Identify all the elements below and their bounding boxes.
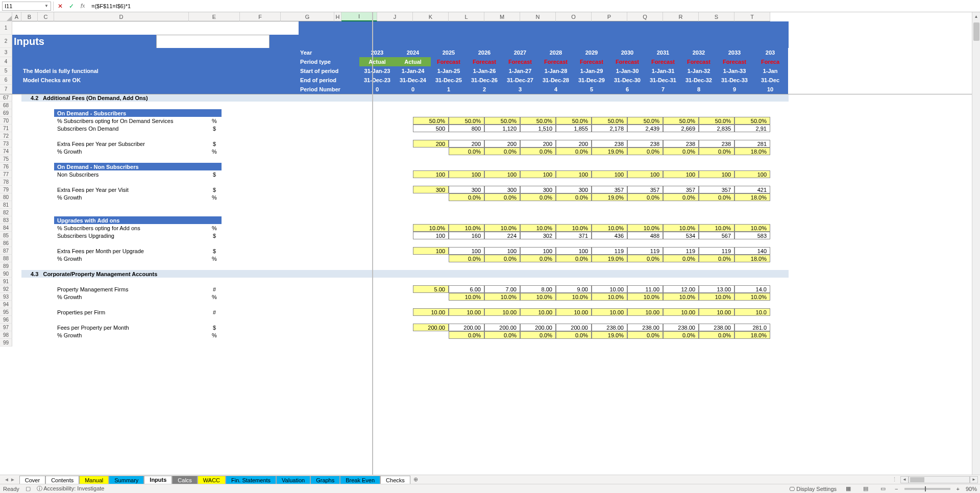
name-box-value: I11 [5,3,12,9]
fx-icon[interactable]: fx [78,2,87,11]
enter-formula-icon[interactable]: ✓ [67,2,76,11]
cancel-formula-icon[interactable]: ✕ [56,2,65,11]
name-box-dropdown-icon[interactable]: ▼ [44,4,48,8]
formula-bar: I11 ▼ ✕ ✓ fx [0,0,980,12]
formula-input[interactable] [89,3,978,9]
name-box[interactable]: I11 ▼ [2,2,51,11]
separator [53,2,54,11]
